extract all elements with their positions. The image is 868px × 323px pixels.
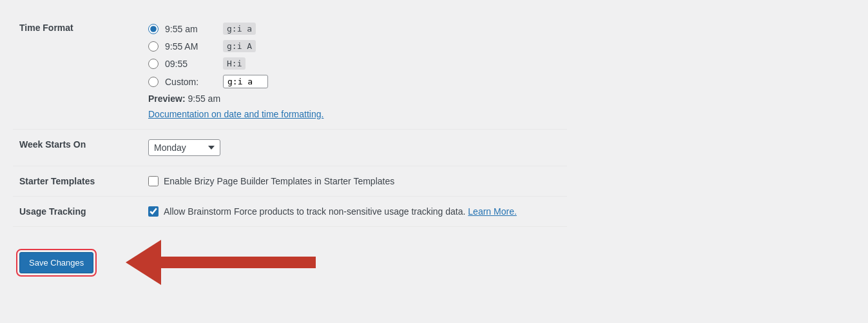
usage-tracking-checkbox[interactable] xyxy=(148,206,159,217)
save-row: Save Changes xyxy=(13,227,567,298)
time-format-option-1: 9:55 am g:i a xyxy=(148,23,561,35)
time-format-label-1[interactable]: 9:55 am xyxy=(165,24,217,34)
time-format-option-4: Custom: xyxy=(148,75,561,88)
arrow-shaft xyxy=(161,257,316,268)
usage-tracking-checkbox-label[interactable]: Allow Brainstorm Force products to track… xyxy=(164,206,517,217)
usage-tracking-value-cell: Allow Brainstorm Force products to track… xyxy=(142,197,567,227)
time-format-radio-2[interactable] xyxy=(148,41,159,52)
time-format-code-3: H:i xyxy=(223,57,246,70)
doc-link[interactable]: Documentation on date and time formattin… xyxy=(148,109,561,119)
time-format-preview: Preview: 9:55 am xyxy=(148,93,561,104)
week-starts-on-value-cell: Sunday Monday Tuesday Wednesday Thursday… xyxy=(142,130,567,166)
settings-table: Time Format 9:55 am g:i a 9:55 AM xyxy=(13,13,567,227)
time-format-radio-1[interactable] xyxy=(148,24,159,34)
starter-templates-value-cell: Enable Brizy Page Builder Templates in S… xyxy=(142,166,567,197)
time-format-option-3: 09:55 H:i xyxy=(148,57,561,70)
learn-more-link[interactable]: Learn More. xyxy=(468,206,516,217)
settings-page: Time Format 9:55 am g:i a 9:55 AM xyxy=(0,0,580,323)
preview-label: Preview: xyxy=(148,93,186,104)
arrow-annotation xyxy=(126,240,316,285)
time-format-radio-3[interactable] xyxy=(148,59,159,69)
starter-templates-label: Starter Templates xyxy=(13,166,142,197)
time-format-custom-input[interactable] xyxy=(223,75,268,88)
starter-templates-checkbox-label[interactable]: Enable Brizy Page Builder Templates in S… xyxy=(164,176,394,186)
usage-tracking-checkbox-row: Allow Brainstorm Force products to track… xyxy=(148,206,561,217)
usage-tracking-label: Usage Tracking xyxy=(13,197,142,227)
time-format-label-2[interactable]: 9:55 AM xyxy=(165,41,217,52)
time-format-row: Time Format 9:55 am g:i a 9:55 AM xyxy=(13,13,567,130)
week-starts-on-row: Week Starts On Sunday Monday Tuesday Wed… xyxy=(13,130,567,166)
time-format-value-cell: 9:55 am g:i a 9:55 AM g:i A 09:55 xyxy=(142,13,567,130)
starter-templates-checkbox-row: Enable Brizy Page Builder Templates in S… xyxy=(148,176,561,186)
usage-tracking-text: Allow Brainstorm Force products to track… xyxy=(164,206,465,217)
starter-templates-checkbox[interactable] xyxy=(148,176,159,186)
arrow-head xyxy=(126,240,161,285)
usage-tracking-row: Usage Tracking Allow Brainstorm Force pr… xyxy=(13,197,567,227)
time-format-code-2: g:i A xyxy=(223,40,256,52)
week-starts-on-label: Week Starts On xyxy=(13,130,142,166)
starter-templates-row: Starter Templates Enable Brizy Page Buil… xyxy=(13,166,567,197)
save-changes-button[interactable]: Save Changes xyxy=(19,252,93,273)
time-format-label-4[interactable]: Custom: xyxy=(165,77,217,87)
time-format-radio-4[interactable] xyxy=(148,77,159,87)
time-format-label-3[interactable]: 09:55 xyxy=(165,59,217,69)
time-format-label: Time Format xyxy=(13,13,142,130)
time-format-radio-group: 9:55 am g:i a 9:55 AM g:i A 09:55 xyxy=(148,23,561,88)
time-format-code-1: g:i a xyxy=(223,23,256,35)
week-starts-on-select[interactable]: Sunday Monday Tuesday Wednesday Thursday… xyxy=(148,139,220,156)
time-format-option-2: 9:55 AM g:i A xyxy=(148,40,561,52)
preview-value: 9:55 am xyxy=(188,93,220,104)
